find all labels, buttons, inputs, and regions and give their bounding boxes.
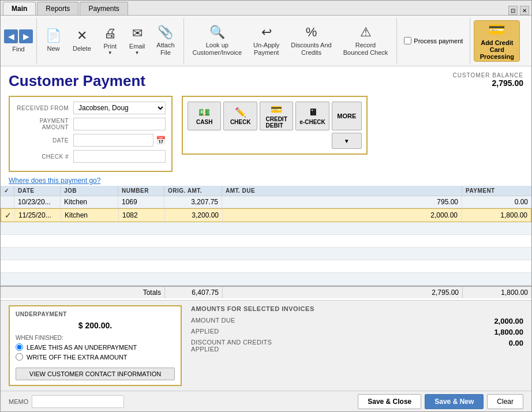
email-label: Email <box>129 43 145 50</box>
checkmark-icon: ✓ <box>5 211 12 220</box>
discount-row: DISCOUNT AND CREDITSAPPLIED 0.00 <box>191 339 523 353</box>
underpayment-title: UNDERPAYMENT <box>16 311 175 317</box>
window-controls: ⊡ ✕ <box>508 6 529 15</box>
totals-payment: 1,800.00 <box>462 287 531 298</box>
balance-section: CUSTOMER BALANCE 2,795.00 <box>452 72 523 88</box>
table-body: 10/23/20... Kitchen 1069 3,207.75 795.00… <box>1 196 531 300</box>
th-orig-amt[interactable]: ORIG. AMT. <box>164 186 222 196</box>
print-button[interactable]: 🖨 Print ▼ <box>98 20 123 62</box>
row2-number: 1082 <box>119 209 165 222</box>
prev-button[interactable]: ◀ <box>4 29 18 43</box>
amount-due-value: 2,000.00 <box>494 317 523 325</box>
table-row[interactable]: 10/23/20... Kitchen 1069 3,207.75 795.00… <box>1 196 531 208</box>
balance-amount: 2,795.00 <box>492 78 524 88</box>
row1-amt-due: 795.00 <box>222 196 462 208</box>
payment-methods-grid: 💵 CASH ✏️ CHECK 💳 CREDITDEBIT 🖥 e-CHECK <box>188 102 362 149</box>
empty-rows <box>1 222 531 286</box>
chevron-button[interactable]: ▼ <box>332 133 362 149</box>
process-payment-label: Process payment <box>414 38 463 44</box>
received-from-label: RECEIVED FROM <box>16 105 73 111</box>
echeck-icon: 🖥 <box>308 107 317 118</box>
email-icon: ✉ <box>132 26 143 41</box>
attach-button[interactable]: 📎 AttachFile <box>151 20 179 62</box>
check-input[interactable] <box>73 150 166 163</box>
th-number[interactable]: NUMBER <box>118 186 164 196</box>
row1-check <box>1 196 14 208</box>
totals-label: Totals <box>1 287 164 298</box>
calendar-icon[interactable]: 📅 <box>156 136 166 145</box>
find-button[interactable]: Find <box>12 46 24 53</box>
lookup-button[interactable]: 🔍 Look upCustomer/Invoice <box>188 20 248 62</box>
th-payment[interactable]: PAYMENT <box>462 186 531 196</box>
row1-number: 1069 <box>118 196 164 208</box>
echeck-button[interactable]: 🖥 e-CHECK <box>295 102 329 130</box>
tab-main[interactable]: Main <box>3 2 36 15</box>
email-button[interactable]: ✉ Email ▼ <box>124 20 151 62</box>
table-row <box>1 222 531 235</box>
check-button[interactable]: ✏️ CHECK <box>223 102 257 130</box>
close-button[interactable]: ✕ <box>520 6 529 15</box>
next-button[interactable]: ▶ <box>19 29 33 43</box>
tab-reports[interactable]: Reports <box>37 2 78 15</box>
print-icon: 🖨 <box>104 26 117 41</box>
th-date[interactable]: DATE <box>14 186 61 196</box>
tab-payments[interactable]: Payments <box>80 2 128 15</box>
date-row: DATE 12/15/2023 📅 <box>16 134 166 147</box>
cash-button[interactable]: 💵 CASH <box>188 102 221 130</box>
add-cc-button[interactable]: 💳 Add Credit CardProcessing <box>474 20 520 62</box>
credit-debit-button[interactable]: 💳 CREDITDEBIT <box>260 102 293 130</box>
basic-tools-group: 📄 New ✕ Delete 🖨 Print ▼ ✉ Email ▼ 📎 Att… <box>40 18 184 63</box>
delete-button[interactable]: ✕ Delete <box>68 20 96 62</box>
amounts-title: AMOUNTS FOR SELECTED INVOICES <box>191 305 523 312</box>
more-button[interactable]: MORE <box>332 102 362 130</box>
save-close-button[interactable]: Save & Close <box>358 394 421 409</box>
row2-amt-due: 2,000.00 <box>223 209 462 222</box>
totals-row: Totals 6,407.75 2,795.00 1,800.00 <box>1 286 531 298</box>
more-area: MORE ▼ <box>332 102 362 149</box>
th-check[interactable]: ✓ <box>1 186 14 196</box>
attach-label: AttachFile <box>156 42 174 57</box>
discounts-button[interactable]: % Discounts AndCredits <box>286 20 336 62</box>
row1-date: 10/23/20... <box>14 196 61 208</box>
toolbar: ◀ ▶ Find 📄 New ✕ Delete 🖨 Print ▼ <box>1 16 531 66</box>
more-label: MORE <box>337 113 356 119</box>
new-icon: 📄 <box>46 28 61 43</box>
checkmark-header-icon: ✓ <box>4 188 9 194</box>
cash-icon: 💵 <box>198 107 210 118</box>
date-input[interactable]: 12/15/2023 <box>73 134 153 147</box>
save-new-button[interactable]: Save & New <box>425 394 484 409</box>
table-row <box>1 248 531 260</box>
unapply-button[interactable]: ↩ Un-ApplyPayment <box>248 20 284 62</box>
row2-check: ✓ <box>1 209 15 222</box>
table-row <box>1 260 531 273</box>
option2-radio[interactable] <box>16 353 23 361</box>
print-label: Print <box>103 43 117 50</box>
payment-amount-label: PAYMENT AMOUNT <box>16 118 73 130</box>
th-job[interactable]: JOB <box>61 186 118 196</box>
th-amt-due[interactable]: AMT. DUE <box>222 186 462 196</box>
received-from-select[interactable]: Jacobsen, Doug <box>73 102 166 114</box>
tab-bar: Main Reports Payments ⊡ ✕ <box>1 1 531 16</box>
table-row[interactable]: ✓ 11/25/20... Kitchen 1082 3,200.00 2,00… <box>1 208 531 222</box>
discount-value: 0.00 <box>509 339 523 353</box>
restore-button[interactable]: ⊡ <box>508 6 518 15</box>
left-form: RECEIVED FROM Jacobsen, Doug PAYMENT AMO… <box>9 96 173 172</box>
row1-orig-amt: 3,207.75 <box>164 196 222 208</box>
check-row: CHECK # <box>16 150 166 163</box>
view-contact-button[interactable]: VIEW CUSTOMER CONTACT INFORMATION <box>16 368 175 380</box>
clear-button[interactable]: Clear <box>487 394 523 409</box>
echeck-label: e-CHECK <box>299 119 325 125</box>
table-header: ✓ DATE JOB NUMBER ORIG. AMT. AMT. DUE PA… <box>1 186 531 196</box>
record-bounced-button[interactable]: ⚠ RecordBounced Check <box>338 20 394 62</box>
payment-methods-box: 💵 CASH ✏️ CHECK 💳 CREDITDEBIT 🖥 e-CHECK <box>182 96 368 155</box>
memo-input[interactable] <box>32 395 124 408</box>
check-icon: ✏️ <box>235 107 246 118</box>
totals-orig: 6,407.75 <box>164 287 222 298</box>
new-button[interactable]: 📄 New <box>40 20 66 62</box>
discounts-icon: % <box>306 25 317 40</box>
row2-orig-amt: 3,200.00 <box>165 209 223 222</box>
payment-amount-input[interactable]: 1,800.00 <box>73 118 166 130</box>
process-payment-checkbox[interactable] <box>404 37 411 44</box>
option1-radio[interactable] <box>16 343 23 351</box>
payment-link[interactable]: Where does this payment go? <box>1 175 531 186</box>
